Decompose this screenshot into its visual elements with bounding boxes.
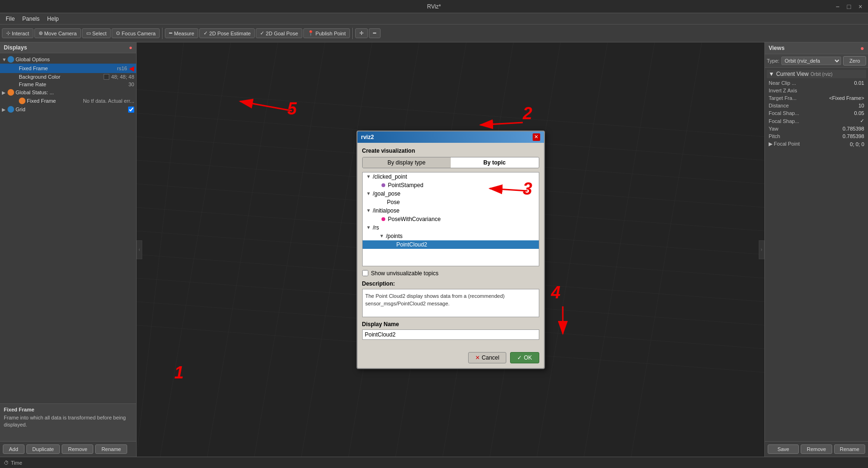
toolbar-separator <box>162 28 162 39</box>
menu-file[interactable]: File <box>2 15 18 23</box>
focal-shape-1-label: Focal Shap... <box>769 110 854 116</box>
displays-tree: ▼ Global Options Fixed Frame rs16 ◀ Back… <box>0 53 136 403</box>
tree-points[interactable]: ▼ /points <box>363 232 539 240</box>
display-name-label: Display Name <box>362 321 539 328</box>
modal-footer: ✕ Cancel ✓ OK <box>357 349 544 368</box>
tree-item-fixed-frame[interactable]: Fixed Frame rs16 ◀ <box>0 64 136 73</box>
tree-item-background-color[interactable]: Background Color 48; 48; 48 <box>0 73 136 81</box>
minimize-button[interactable]: − <box>834 3 841 10</box>
global-options-label: Global Options <box>16 57 134 62</box>
show-unvisualizable-label: Show unvisualizable topics <box>371 270 438 277</box>
interact-button[interactable]: ⊹ Interact <box>2 28 33 38</box>
tree-pose-with-covariance[interactable]: PoseWithCovariance <box>363 215 539 223</box>
target-frame-label: Target Fra... <box>769 95 829 101</box>
show-unvisualizable-checkbox[interactable] <box>362 270 368 276</box>
topic-label: /initialpose <box>373 207 400 214</box>
info-text: Frame into which all data is transformed… <box>4 414 132 429</box>
grid-label: Grid <box>16 107 128 112</box>
display-name-input[interactable] <box>362 329 539 340</box>
tree-rs[interactable]: ▼ /rs <box>363 223 539 232</box>
info-title: Fixed Frame <box>4 407 132 412</box>
goal-pose-button[interactable]: ✓ 2D Goal Pose <box>256 28 302 38</box>
tree-goal-pose[interactable]: ▼ /goal_pose <box>363 189 539 198</box>
topic-label: /points <box>386 233 403 239</box>
right-panel-buttons: Save Remove Rename <box>765 441 868 457</box>
modal-create-label: Create visualization <box>362 148 539 154</box>
topic-label: /clicked_point <box>373 173 407 180</box>
remove-button[interactable]: Remove <box>801 444 832 454</box>
view-type-select[interactable]: Orbit (rviz_defa <box>781 57 841 65</box>
panel-close-button[interactable]: ● <box>129 44 132 51</box>
duplicate-button[interactable]: Duplicate <box>26 444 60 454</box>
tab-by-display-type[interactable]: By display type <box>363 157 451 168</box>
add-button[interactable]: Add <box>3 444 24 454</box>
remove-button[interactable]: Remove <box>62 444 93 454</box>
minus-button[interactable]: ━ <box>369 28 381 38</box>
prop-near-clip: Near Clip ... 0.01 <box>767 79 866 87</box>
expand-arrow: ▼ <box>366 174 371 179</box>
current-view-section: ▼ Current View Orbit (rviz) <box>767 70 866 78</box>
pose-estimate-button[interactable]: ✓ 2D Pose Estimate <box>199 28 255 38</box>
maximize-button[interactable]: □ <box>845 3 852 10</box>
tree-item-grid[interactable]: ▶ Grid <box>0 105 136 114</box>
tree-item-global-options[interactable]: ▼ Global Options <box>0 55 136 64</box>
description-text: The Point Cloud2 display shows data from… <box>362 289 539 317</box>
tree-clicked-point[interactable]: ▼ /clicked_point <box>363 172 539 181</box>
tree-point-stamped[interactable]: PointStamped <box>363 181 539 189</box>
modal-tree[interactable]: ▼ /clicked_point PointStamped ▼ /goal_po… <box>362 172 539 266</box>
measure-button[interactable]: ━ Measure <box>165 28 198 38</box>
type-label: Type: <box>767 58 779 64</box>
tree-initialpose[interactable]: ▼ /initialpose <box>363 206 539 215</box>
close-button[interactable]: × <box>857 3 864 10</box>
extra-button[interactable]: ✛ <box>355 28 368 38</box>
menubar: File Panels Help <box>0 13 868 25</box>
rename-button[interactable]: Rename <box>95 444 127 454</box>
viewport[interactable]: ‹ › 5 2 3 4 rviz2 <box>137 42 764 457</box>
modal-overlay: rviz2 ✕ Create visualization By display … <box>137 42 764 457</box>
tree-item-global-status[interactable]: ▶ Global Status: ... <box>0 88 136 97</box>
menu-panels[interactable]: Panels <box>18 15 43 23</box>
publish-point-button[interactable]: 📍 Publish Point <box>303 28 350 38</box>
x-icon: ✕ <box>475 354 480 361</box>
select-button[interactable]: ▭ Select <box>82 28 111 38</box>
tree-item-frame-rate[interactable]: Frame Rate 30 <box>0 81 136 88</box>
expand-arrow: ▶ <box>2 90 8 95</box>
zero-button[interactable]: Zero <box>843 56 866 66</box>
cancel-button[interactable]: ✕ Cancel <box>468 352 506 363</box>
gs-fixed-value: No tf data. Actual err... <box>83 98 134 104</box>
time-icon: ⏱ <box>4 460 9 466</box>
tree-pointcloud2[interactable]: PointCloud2 <box>363 240 539 249</box>
distance-value: 10 <box>859 103 864 108</box>
prop-yaw: Yaw 0.785398 <box>767 125 866 132</box>
focal-point-value: 0; 0; 0 <box>850 141 864 147</box>
main-layout: Displays ● ▼ Global Options Fixed Frame … <box>0 42 868 457</box>
type-label: Pose <box>387 199 400 205</box>
arrow-indicator: ◀ <box>129 65 134 72</box>
displays-title: Displays <box>4 44 27 51</box>
tab-by-topic[interactable]: By topic <box>451 157 539 168</box>
focus-camera-button[interactable]: ⊙ Focus Camera <box>112 28 160 38</box>
move-camera-button[interactable]: ⊛ Move Camera <box>34 28 81 38</box>
grid-checkbox[interactable] <box>128 107 134 113</box>
modal-close-button[interactable]: ✕ <box>533 133 540 141</box>
titlebar: RViz* − □ × <box>0 0 868 13</box>
ok-button[interactable]: ✓ OK <box>510 352 539 363</box>
cross-icon: ✛ <box>359 30 364 36</box>
expand-arrow-small: ▶ <box>769 141 772 147</box>
global-status-label: Global Status: ... <box>16 90 134 95</box>
right-panel-header: Views ● <box>765 42 868 54</box>
rename-button[interactable]: Rename <box>834 444 865 454</box>
tree-pose[interactable]: Pose <box>363 198 539 206</box>
tree-item-global-status-fixed[interactable]: Fixed Frame No tf data. Actual err... <box>0 97 136 105</box>
modal-tabs: By display type By topic <box>362 157 539 168</box>
menu-help[interactable]: Help <box>43 15 63 23</box>
prop-distance: Distance 10 <box>767 102 866 109</box>
dot-icon <box>381 183 385 187</box>
title-text: RViz* <box>427 3 441 10</box>
panel-close-button[interactable]: ● <box>860 44 864 52</box>
save-button[interactable]: Save <box>768 444 799 454</box>
toolbar: ⊹ Interact ⊛ Move Camera ▭ Select ⊙ Focu… <box>0 25 868 42</box>
check-icon: ✓ <box>517 354 522 361</box>
warn-icon <box>19 98 25 104</box>
dot-icon <box>381 217 385 221</box>
